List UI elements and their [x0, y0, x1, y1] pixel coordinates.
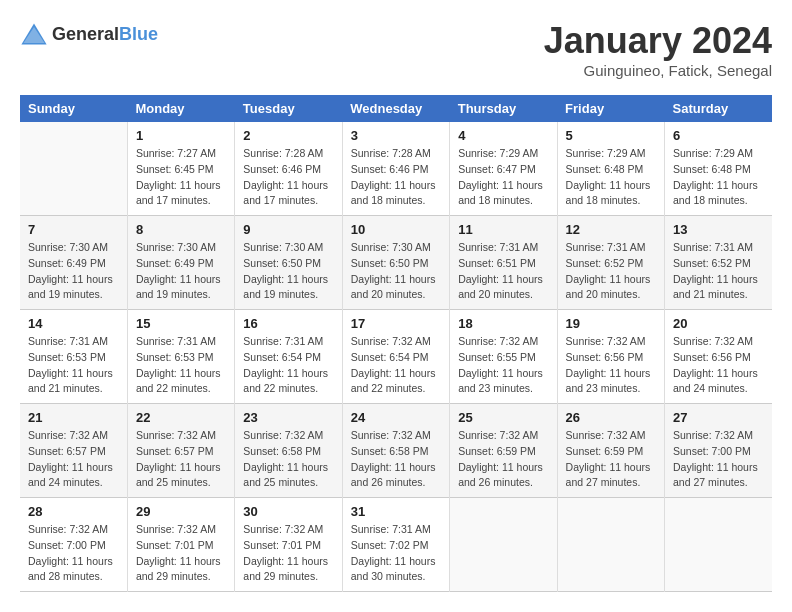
day-number: 20: [673, 316, 764, 331]
calendar-cell: 13Sunrise: 7:31 AM Sunset: 6:52 PM Dayli…: [665, 216, 772, 310]
day-info: Sunrise: 7:32 AM Sunset: 7:00 PM Dayligh…: [28, 522, 119, 585]
day-header-thursday: Thursday: [450, 95, 557, 122]
day-info: Sunrise: 7:32 AM Sunset: 6:59 PM Dayligh…: [458, 428, 548, 491]
day-number: 6: [673, 128, 764, 143]
calendar-cell: 17Sunrise: 7:32 AM Sunset: 6:54 PM Dayli…: [342, 310, 449, 404]
day-number: 24: [351, 410, 441, 425]
day-number: 21: [28, 410, 119, 425]
day-info: Sunrise: 7:32 AM Sunset: 6:59 PM Dayligh…: [566, 428, 656, 491]
day-number: 25: [458, 410, 548, 425]
day-info: Sunrise: 7:31 AM Sunset: 6:54 PM Dayligh…: [243, 334, 333, 397]
calendar-cell: 21Sunrise: 7:32 AM Sunset: 6:57 PM Dayli…: [20, 404, 127, 498]
calendar-cell: 26Sunrise: 7:32 AM Sunset: 6:59 PM Dayli…: [557, 404, 664, 498]
calendar-cell: 9Sunrise: 7:30 AM Sunset: 6:50 PM Daylig…: [235, 216, 342, 310]
calendar-body: 1Sunrise: 7:27 AM Sunset: 6:45 PM Daylig…: [20, 122, 772, 592]
calendar-cell: 24Sunrise: 7:32 AM Sunset: 6:58 PM Dayli…: [342, 404, 449, 498]
calendar-cell: [665, 498, 772, 592]
calendar-cell: 30Sunrise: 7:32 AM Sunset: 7:01 PM Dayli…: [235, 498, 342, 592]
day-header-tuesday: Tuesday: [235, 95, 342, 122]
calendar-cell: 16Sunrise: 7:31 AM Sunset: 6:54 PM Dayli…: [235, 310, 342, 404]
calendar-cell: 20Sunrise: 7:32 AM Sunset: 6:56 PM Dayli…: [665, 310, 772, 404]
day-info: Sunrise: 7:32 AM Sunset: 6:56 PM Dayligh…: [566, 334, 656, 397]
day-info: Sunrise: 7:30 AM Sunset: 6:49 PM Dayligh…: [28, 240, 119, 303]
calendar-cell: 1Sunrise: 7:27 AM Sunset: 6:45 PM Daylig…: [127, 122, 234, 216]
calendar-cell: 23Sunrise: 7:32 AM Sunset: 6:58 PM Dayli…: [235, 404, 342, 498]
logo-blue: Blue: [119, 24, 158, 44]
day-info: Sunrise: 7:28 AM Sunset: 6:46 PM Dayligh…: [351, 146, 441, 209]
day-number: 18: [458, 316, 548, 331]
logo-general: General: [52, 24, 119, 44]
calendar-cell: 10Sunrise: 7:30 AM Sunset: 6:50 PM Dayli…: [342, 216, 449, 310]
day-info: Sunrise: 7:31 AM Sunset: 6:52 PM Dayligh…: [566, 240, 656, 303]
day-number: 2: [243, 128, 333, 143]
day-number: 17: [351, 316, 441, 331]
calendar-cell: 29Sunrise: 7:32 AM Sunset: 7:01 PM Dayli…: [127, 498, 234, 592]
calendar-cell: 5Sunrise: 7:29 AM Sunset: 6:48 PM Daylig…: [557, 122, 664, 216]
location: Guinguineo, Fatick, Senegal: [544, 62, 772, 79]
day-number: 30: [243, 504, 333, 519]
day-info: Sunrise: 7:32 AM Sunset: 6:57 PM Dayligh…: [28, 428, 119, 491]
day-info: Sunrise: 7:31 AM Sunset: 6:53 PM Dayligh…: [136, 334, 226, 397]
day-info: Sunrise: 7:32 AM Sunset: 7:01 PM Dayligh…: [243, 522, 333, 585]
calendar-cell: [557, 498, 664, 592]
day-number: 9: [243, 222, 333, 237]
title-block: January 2024 Guinguineo, Fatick, Senegal: [544, 20, 772, 79]
day-number: 7: [28, 222, 119, 237]
day-number: 12: [566, 222, 656, 237]
calendar-cell: 3Sunrise: 7:28 AM Sunset: 6:46 PM Daylig…: [342, 122, 449, 216]
day-info: Sunrise: 7:29 AM Sunset: 6:48 PM Dayligh…: [566, 146, 656, 209]
calendar-cell: 19Sunrise: 7:32 AM Sunset: 6:56 PM Dayli…: [557, 310, 664, 404]
calendar-cell: 18Sunrise: 7:32 AM Sunset: 6:55 PM Dayli…: [450, 310, 557, 404]
day-number: 14: [28, 316, 119, 331]
day-info: Sunrise: 7:31 AM Sunset: 6:52 PM Dayligh…: [673, 240, 764, 303]
calendar-cell: 22Sunrise: 7:32 AM Sunset: 6:57 PM Dayli…: [127, 404, 234, 498]
day-number: 13: [673, 222, 764, 237]
day-info: Sunrise: 7:29 AM Sunset: 6:48 PM Dayligh…: [673, 146, 764, 209]
calendar-cell: 15Sunrise: 7:31 AM Sunset: 6:53 PM Dayli…: [127, 310, 234, 404]
day-header-saturday: Saturday: [665, 95, 772, 122]
week-row-3: 14Sunrise: 7:31 AM Sunset: 6:53 PM Dayli…: [20, 310, 772, 404]
day-info: Sunrise: 7:31 AM Sunset: 7:02 PM Dayligh…: [351, 522, 441, 585]
day-number: 26: [566, 410, 656, 425]
day-number: 5: [566, 128, 656, 143]
calendar-cell: 2Sunrise: 7:28 AM Sunset: 6:46 PM Daylig…: [235, 122, 342, 216]
day-info: Sunrise: 7:30 AM Sunset: 6:49 PM Dayligh…: [136, 240, 226, 303]
day-info: Sunrise: 7:32 AM Sunset: 6:58 PM Dayligh…: [243, 428, 333, 491]
day-info: Sunrise: 7:32 AM Sunset: 6:55 PM Dayligh…: [458, 334, 548, 397]
day-number: 19: [566, 316, 656, 331]
day-header-sunday: Sunday: [20, 95, 127, 122]
day-number: 31: [351, 504, 441, 519]
day-number: 22: [136, 410, 226, 425]
day-info: Sunrise: 7:32 AM Sunset: 7:00 PM Dayligh…: [673, 428, 764, 491]
day-info: Sunrise: 7:32 AM Sunset: 7:01 PM Dayligh…: [136, 522, 226, 585]
day-number: 23: [243, 410, 333, 425]
calendar-cell: 8Sunrise: 7:30 AM Sunset: 6:49 PM Daylig…: [127, 216, 234, 310]
day-number: 28: [28, 504, 119, 519]
day-number: 27: [673, 410, 764, 425]
day-header-friday: Friday: [557, 95, 664, 122]
day-number: 10: [351, 222, 441, 237]
calendar-cell: 31Sunrise: 7:31 AM Sunset: 7:02 PM Dayli…: [342, 498, 449, 592]
day-info: Sunrise: 7:30 AM Sunset: 6:50 PM Dayligh…: [243, 240, 333, 303]
logo-icon: [20, 20, 48, 48]
day-number: 4: [458, 128, 548, 143]
month-title: January 2024: [544, 20, 772, 62]
week-row-5: 28Sunrise: 7:32 AM Sunset: 7:00 PM Dayli…: [20, 498, 772, 592]
calendar-header-row: SundayMondayTuesdayWednesdayThursdayFrid…: [20, 95, 772, 122]
calendar-cell: 12Sunrise: 7:31 AM Sunset: 6:52 PM Dayli…: [557, 216, 664, 310]
day-info: Sunrise: 7:30 AM Sunset: 6:50 PM Dayligh…: [351, 240, 441, 303]
week-row-4: 21Sunrise: 7:32 AM Sunset: 6:57 PM Dayli…: [20, 404, 772, 498]
day-header-monday: Monday: [127, 95, 234, 122]
page-header: GeneralBlue January 2024 Guinguineo, Fat…: [20, 20, 772, 79]
day-info: Sunrise: 7:31 AM Sunset: 6:53 PM Dayligh…: [28, 334, 119, 397]
week-row-2: 7Sunrise: 7:30 AM Sunset: 6:49 PM Daylig…: [20, 216, 772, 310]
day-info: Sunrise: 7:28 AM Sunset: 6:46 PM Dayligh…: [243, 146, 333, 209]
day-number: 11: [458, 222, 548, 237]
svg-marker-1: [24, 27, 45, 43]
day-header-wednesday: Wednesday: [342, 95, 449, 122]
day-info: Sunrise: 7:32 AM Sunset: 6:56 PM Dayligh…: [673, 334, 764, 397]
calendar-cell: 11Sunrise: 7:31 AM Sunset: 6:51 PM Dayli…: [450, 216, 557, 310]
calendar-cell: 28Sunrise: 7:32 AM Sunset: 7:00 PM Dayli…: [20, 498, 127, 592]
calendar-cell: [450, 498, 557, 592]
calendar-cell: 7Sunrise: 7:30 AM Sunset: 6:49 PM Daylig…: [20, 216, 127, 310]
